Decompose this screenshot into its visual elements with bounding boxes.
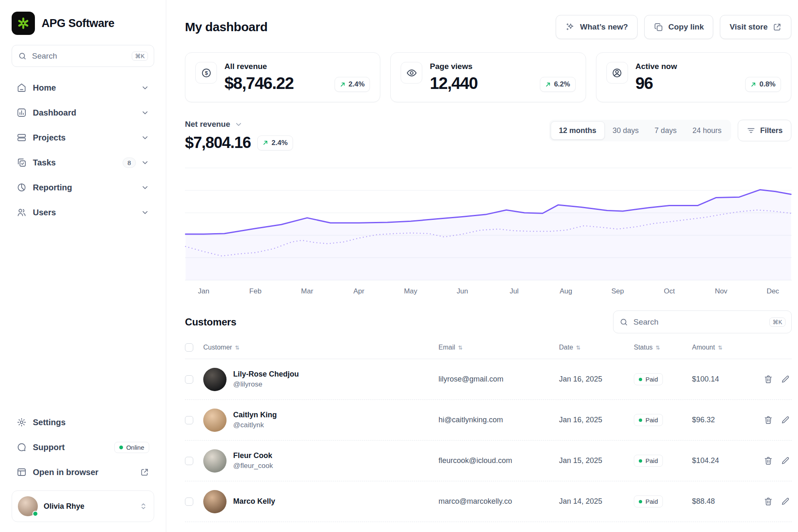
chevron-down-icon [234, 120, 243, 128]
range-tab-7-days[interactable]: 7 days [647, 121, 685, 140]
column-header-date[interactable]: Date⇅ [559, 344, 634, 351]
sidebar-item-label: Reporting [33, 183, 72, 192]
sidebar-item-settings[interactable]: Settings [12, 411, 154, 433]
external-link-icon [773, 22, 782, 32]
table-row[interactable]: Marco Kelly marco@marcokelly.co Jan 14, … [185, 481, 792, 522]
status-badge: Paid [634, 414, 663, 426]
sidebar-item-support[interactable]: Support Online [12, 436, 154, 458]
svg-text:$: $ [204, 70, 207, 76]
sidebar-item-open-in-browser[interactable]: Open in browser [12, 461, 154, 483]
chevron-down-icon[interactable] [141, 84, 149, 92]
paid-dot [639, 459, 642, 463]
stat-card-active-now: Active now 96 0.8% [596, 52, 791, 102]
delete-button[interactable] [764, 374, 773, 384]
sidebar-item-label: Support [33, 443, 65, 452]
customers-search-input[interactable] [633, 318, 764, 327]
x-axis-tick-label: Dec [766, 287, 779, 296]
sidebar-item-label: Home [33, 83, 56, 93]
visit-store-button[interactable]: Visit store [720, 15, 791, 39]
range-tab-30-days[interactable]: 30 days [605, 121, 647, 140]
user-card[interactable]: Olivia Rhye [12, 490, 154, 522]
customer-name: Marco Kelly [233, 497, 275, 506]
sidebar-item-projects[interactable]: Projects [12, 127, 154, 148]
row-checkbox[interactable] [185, 498, 193, 506]
x-axis-tick-label: Jun [457, 287, 468, 296]
x-axis-tick-label: Jul [510, 287, 519, 296]
status-badge: Paid [634, 373, 663, 385]
visit-store-label: Visit store [729, 22, 768, 32]
filters-button[interactable]: Filters [738, 120, 791, 141]
status-badge: Paid [634, 455, 663, 467]
sidebar-search[interactable]: ⌘K [12, 45, 154, 67]
chevron-down-icon[interactable] [141, 108, 149, 117]
brand-logo-icon[interactable] [12, 12, 35, 35]
column-header-amount[interactable]: Amount⇅ [692, 344, 756, 351]
paid-dot [639, 419, 642, 422]
chevron-down-icon[interactable] [141, 183, 149, 192]
table-row[interactable]: Fleur Cook @fleur_cook fleurcook@icloud.… [185, 441, 792, 481]
x-axis-tick-label: May [404, 287, 417, 296]
sidebar-item-users[interactable]: Users [12, 202, 154, 223]
range-tab-24-hours[interactable]: 24 hours [685, 121, 729, 140]
brand-name: APG Software [42, 17, 114, 30]
selector-icon[interactable] [139, 502, 148, 511]
arrow-up-right-icon [340, 82, 345, 87]
delete-button[interactable] [764, 456, 773, 466]
table-row[interactable]: Caitlyn King @caitlynk hi@caitlynking.co… [185, 400, 792, 441]
table-row[interactable]: Lily-Rose Chedjou @lilyrose lilyrose@gma… [185, 359, 792, 400]
copy-link-label: Copy link [668, 22, 704, 32]
whats-new-button[interactable]: What’s new? [556, 15, 638, 39]
delete-button[interactable] [764, 497, 773, 506]
x-axis-tick-label: Aug [559, 287, 572, 296]
range-tab-12-months[interactable]: 12 months [551, 121, 605, 140]
edit-button[interactable] [781, 497, 790, 506]
stats-cards: $ All revenue $8,746.22 2.4% Page views … [185, 52, 791, 102]
line-chart-canvas[interactable] [185, 166, 792, 282]
sort-icon: ⇅ [235, 345, 239, 351]
page-header: My dashboard What’s new? Copy link Visit… [185, 15, 791, 39]
sidebar-search-input[interactable] [32, 52, 127, 61]
sort-icon: ⇅ [576, 345, 581, 351]
chevron-down-icon[interactable] [141, 158, 149, 167]
filters-label: Filters [760, 126, 783, 135]
customer-handle: @caitlynk [233, 421, 277, 429]
sidebar-item-home[interactable]: Home [12, 77, 154, 99]
column-header-email[interactable]: Email⇅ [438, 344, 559, 351]
edit-button[interactable] [781, 415, 790, 425]
row-checkbox[interactable] [185, 457, 193, 465]
chevron-down-icon[interactable] [141, 208, 149, 217]
arrow-up-right-icon [545, 82, 551, 87]
eye-icon [401, 62, 422, 84]
column-header-customer[interactable]: Customer⇅ [203, 344, 438, 351]
stat-label: All revenue [224, 62, 293, 71]
delete-button[interactable] [764, 415, 773, 425]
customer-date: Jan 15, 2025 [559, 456, 634, 465]
table-body: Lily-Rose Chedjou @lilyrose lilyrose@gma… [185, 359, 792, 522]
sidebar-item-dashboard[interactable]: Dashboard [12, 102, 154, 123]
edit-button[interactable] [781, 374, 790, 384]
copy-link-button[interactable]: Copy link [644, 15, 714, 39]
customer-handle: @fleur_cook [233, 462, 273, 470]
customer-date: Jan 14, 2025 [559, 497, 634, 506]
online-dot [119, 446, 123, 449]
column-header-status[interactable]: Status⇅ [634, 344, 692, 351]
stat-change-badge: 6.2% [540, 77, 576, 92]
sidebar-item-tasks[interactable]: Tasks 8 [12, 152, 154, 173]
check-square-icon [17, 158, 27, 167]
customer-amount: $104.24 [692, 456, 756, 465]
chevron-down-icon[interactable] [141, 133, 149, 142]
user-circle-icon [606, 62, 628, 84]
customers-search[interactable]: ⌘K [613, 310, 792, 333]
select-all-checkbox[interactable] [185, 343, 193, 352]
revenue-metric-select[interactable]: Net revenue [185, 120, 293, 129]
range-tab-group: 12 months30 days7 days24 hours [549, 120, 731, 141]
row-checkbox[interactable] [185, 416, 193, 424]
status-badge: Online [114, 442, 149, 453]
chart-svg [185, 166, 792, 282]
edit-button[interactable] [781, 456, 790, 466]
arrow-up-right-icon [751, 82, 756, 87]
row-checkbox[interactable] [185, 375, 193, 384]
sidebar-item-reporting[interactable]: Reporting [12, 177, 154, 198]
trash-icon [764, 415, 773, 425]
avatar [18, 496, 38, 516]
